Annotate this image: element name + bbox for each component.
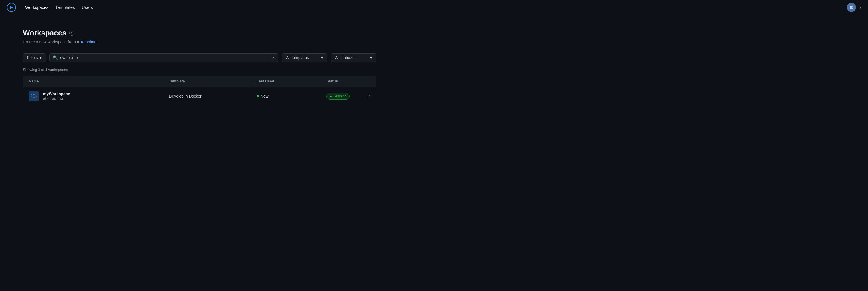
workspace-status-cell: ▶ Running	[321, 87, 363, 106]
table-header: Name Template Last Used Status	[23, 76, 376, 87]
search-input[interactable]	[60, 55, 270, 60]
templates-dropdown-chevron: ▾	[321, 55, 323, 60]
template-link[interactable]: Template	[80, 40, 96, 44]
workspace-name: myWorkspace	[43, 92, 70, 96]
workspace-row-arrow[interactable]: ›	[363, 87, 376, 106]
col-header-lastused: Last Used	[251, 76, 321, 87]
user-avatar[interactable]: E	[847, 3, 856, 12]
help-icon[interactable]: ?	[69, 31, 74, 36]
status-label: Running	[334, 94, 346, 98]
workspace-name-cell: myWorkspace elenakozlova	[23, 87, 163, 106]
nav-item-templates[interactable]: Templates	[55, 4, 75, 11]
filters-button[interactable]: Filters ▾	[23, 53, 46, 62]
workspace-last-used: Now	[260, 94, 269, 98]
status-badge: ▶ Running	[327, 93, 350, 99]
svg-rect-1	[31, 94, 32, 95]
statuses-dropdown-label: All statuses	[335, 55, 355, 60]
navbar-right: E ▾	[847, 3, 861, 12]
templates-dropdown-label: All templates	[286, 55, 309, 60]
search-icon: 🔍	[53, 55, 58, 60]
nav-item-workspaces[interactable]: Workspaces	[25, 4, 49, 11]
clear-search-icon[interactable]: ×	[272, 56, 275, 60]
templates-dropdown[interactable]: All templates ▾	[282, 53, 328, 62]
last-used-indicator	[257, 95, 259, 97]
result-count-current: 1	[38, 68, 40, 72]
col-header-status: Status	[321, 76, 363, 87]
navbar: Workspaces Templates Users E ▾	[0, 0, 868, 15]
nav-item-users[interactable]: Users	[82, 4, 93, 11]
page-title: Workspaces	[23, 29, 66, 37]
search-container: 🔍 ×	[49, 53, 278, 62]
page-subtitle: Create a new workspace from a Template.	[23, 40, 376, 44]
nav-items: Workspaces Templates Users	[25, 4, 838, 11]
table-body: myWorkspace elenakozlova Develop in Dock…	[23, 87, 376, 106]
result-count-total: 1	[45, 68, 47, 72]
workspace-name-info: myWorkspace elenakozlova	[43, 92, 70, 101]
svg-rect-2	[32, 94, 34, 95]
svg-rect-3	[34, 94, 35, 95]
statuses-dropdown[interactable]: All statuses ▾	[331, 53, 376, 62]
main-content: Workspaces ? Create a new workspace from…	[0, 15, 399, 119]
col-header-arrow	[363, 76, 376, 87]
workspace-template-cell: Develop in Docker	[163, 87, 251, 106]
user-menu-chevron[interactable]: ▾	[860, 5, 861, 9]
col-header-name: Name	[23, 76, 163, 87]
workspace-template: Develop in Docker	[169, 94, 201, 98]
filters-button-label: Filters	[27, 55, 38, 60]
workspaces-table: Name Template Last Used Status	[23, 75, 376, 106]
workspace-owner: elenakozlova	[43, 97, 63, 101]
play-icon: ▶	[330, 95, 332, 98]
app-logo[interactable]	[7, 3, 16, 12]
workspace-icon	[29, 91, 39, 101]
workspace-lastused-cell: Now	[251, 87, 321, 106]
svg-rect-5	[34, 95, 35, 96]
filters-chevron-icon: ▾	[40, 55, 42, 60]
col-header-template: Template	[163, 76, 251, 87]
statuses-dropdown-chevron: ▾	[370, 55, 372, 60]
showing-text: Showing 1 of 1 workspaces	[23, 68, 376, 72]
svg-rect-6	[31, 95, 32, 96]
svg-rect-4	[32, 95, 34, 96]
table-row[interactable]: myWorkspace elenakozlova Develop in Dock…	[23, 87, 376, 106]
page-title-row: Workspaces ?	[23, 29, 376, 37]
filters-row: Filters ▾ 🔍 × All templates ▾ All status…	[23, 53, 376, 62]
table-header-row: Name Template Last Used Status	[23, 76, 376, 87]
